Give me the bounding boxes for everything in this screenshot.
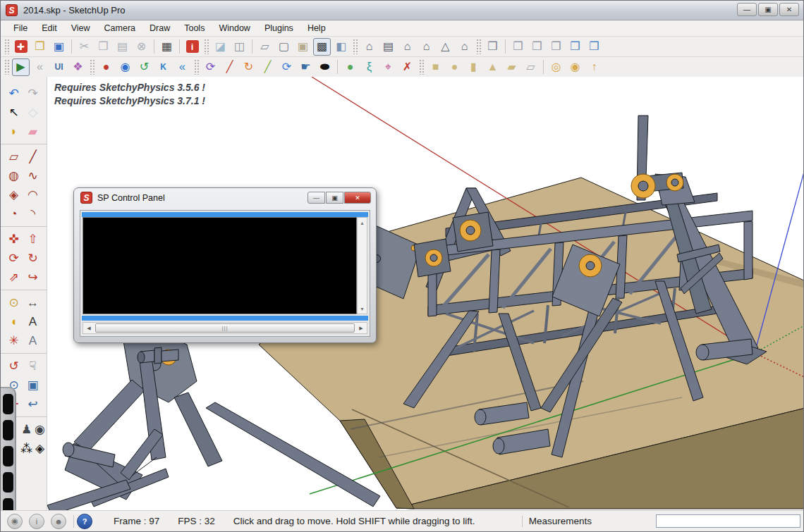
record-button[interactable]: ●: [97, 58, 115, 76]
green-line-joint-tool[interactable]: ╱: [259, 58, 276, 76]
sp-maximize-button[interactable]: ▣: [326, 192, 343, 204]
scroll-down-arrow[interactable]: ▼: [358, 304, 367, 314]
geolocation-button[interactable]: ◉: [7, 514, 23, 529]
model-info-button[interactable]: i: [183, 38, 201, 56]
right-view-button[interactable]: ⌂: [418, 38, 435, 56]
position-camera-tool[interactable]: ♟: [20, 420, 33, 439]
edit-component-button-1[interactable]: ❒: [509, 38, 527, 56]
rectangle-tool[interactable]: ▱: [4, 147, 23, 166]
scroll-left-arrow[interactable]: ◀: [84, 323, 94, 333]
wireframe-style-button[interactable]: ▱: [256, 38, 274, 56]
iso-view-button[interactable]: ⌂: [360, 38, 378, 56]
measurements-input[interactable]: [656, 514, 800, 528]
hidden-line-style-button[interactable]: ▢: [275, 38, 293, 56]
sp-panel-horizontal-scrollbar[interactable]: ◀ ▶ |||: [83, 322, 367, 334]
zoom-window-tool[interactable]: ▣: [23, 376, 42, 395]
sp-minimize-button[interactable]: —: [307, 192, 325, 204]
menu-edit[interactable]: Edit: [35, 21, 64, 35]
scroll-right-arrow[interactable]: ▶: [356, 323, 366, 333]
menu-camera[interactable]: Camera: [97, 21, 142, 35]
front-view-button[interactable]: ⌂: [398, 38, 416, 56]
redo-tool[interactable]: ↷: [23, 84, 42, 103]
maximize-button[interactable]: ▣: [758, 3, 778, 16]
cut-button[interactable]: ✂: [75, 38, 93, 56]
step-back-button[interactable]: «: [173, 58, 191, 76]
orbit-tool[interactable]: ↺: [4, 357, 23, 376]
cylinder-shape-tool[interactable]: ▮: [465, 58, 482, 76]
push-pull-tool[interactable]: ⇧: [23, 230, 42, 249]
sphere-paint-tool[interactable]: ●: [341, 58, 359, 76]
eraser-tool[interactable]: ▰: [23, 122, 42, 141]
follow-me-tool[interactable]: ↻: [23, 249, 42, 268]
move-tool[interactable]: ✜: [4, 230, 23, 249]
menu-view[interactable]: View: [64, 21, 97, 35]
edit-component-button-2[interactable]: ❒: [528, 38, 546, 56]
line-tool[interactable]: ╱: [23, 147, 42, 166]
look-around-tool[interactable]: ◉: [33, 420, 47, 439]
back-edges-style-button[interactable]: ◫: [231, 38, 248, 56]
sign-in-button[interactable]: ☻: [51, 514, 66, 529]
sp-panel-title-bar[interactable]: S SP Control Panel —▣✕: [74, 188, 376, 207]
close-button[interactable]: ✕: [779, 3, 799, 16]
pan-tool[interactable]: ☟: [23, 357, 42, 376]
sp-close-button[interactable]: ✕: [344, 192, 371, 204]
arc-tool[interactable]: ◠: [23, 185, 42, 204]
make-component-tool[interactable]: ◇: [23, 103, 42, 122]
background-window-button[interactable]: [3, 394, 13, 414]
ellipse-tool[interactable]: ⬬: [316, 58, 334, 76]
box-shape-tool[interactable]: ■: [427, 58, 444, 76]
new-document-button[interactable]: ✚: [12, 38, 30, 56]
polygon-tool[interactable]: ◈: [4, 185, 23, 204]
delete-joint-tool[interactable]: ✗: [398, 58, 416, 76]
scene-view-button[interactable]: ❒: [484, 38, 501, 56]
circle-tool[interactable]: ◍: [4, 166, 23, 185]
scroll-up-arrow[interactable]: ▲: [358, 218, 367, 228]
paint-bucket-tool[interactable]: ◗: [4, 122, 23, 141]
select-tool[interactable]: ↖: [4, 103, 23, 122]
physics-reset-button[interactable]: «: [31, 58, 49, 76]
purple-refresh-tool[interactable]: ⟳: [202, 58, 219, 76]
zoom-previous-tool[interactable]: ↩: [23, 395, 42, 414]
menu-tools[interactable]: Tools: [177, 21, 212, 35]
xray-style-button[interactable]: ◪: [212, 38, 229, 56]
top-view-button[interactable]: ▤: [379, 38, 397, 56]
pie-tool[interactable]: ◔: [4, 204, 23, 223]
text-tool[interactable]: A: [23, 312, 42, 331]
physics-settings-button[interactable]: ❖: [69, 58, 87, 76]
erase-button[interactable]: ⊗: [133, 38, 150, 56]
title-bar[interactable]: S 2014.skp - SketchUp Pro —▣✕: [1, 1, 803, 20]
jump-to-start-button[interactable]: K: [154, 58, 172, 76]
back-view-button[interactable]: △: [437, 38, 454, 56]
hide-similar-components-button[interactable]: ❒: [585, 38, 603, 56]
pin-joint-tool[interactable]: ⌖: [379, 58, 397, 76]
axes-tool[interactable]: ✳: [4, 331, 23, 350]
camera-track-button[interactable]: ◉: [116, 58, 134, 76]
cone-shape-tool[interactable]: ▲: [484, 58, 501, 76]
rotate-tool[interactable]: ⟳: [4, 249, 23, 268]
navigation-compass-tool[interactable]: ◈: [33, 439, 47, 458]
edit-component-button-3[interactable]: ❒: [547, 38, 565, 56]
menu-plugins[interactable]: Plugins: [257, 21, 300, 35]
background-window-button[interactable]: [3, 420, 13, 440]
background-window-button[interactable]: [3, 472, 13, 493]
paste-button[interactable]: ▤: [114, 38, 131, 56]
open-file-button[interactable]: ❐: [31, 38, 49, 56]
walk-tool[interactable]: ⁂: [20, 439, 33, 458]
scrollbar-thumb[interactable]: |||: [95, 323, 355, 333]
shaded-style-button[interactable]: ▣: [294, 38, 312, 56]
protractor-tool[interactable]: ◖: [4, 312, 23, 331]
menu-window[interactable]: Window: [212, 21, 257, 35]
menu-help[interactable]: Help: [300, 21, 333, 35]
hide-rest-of-model-button[interactable]: ❒: [566, 38, 584, 56]
blue-refresh-tool[interactable]: ⟳: [278, 58, 296, 76]
physics-ui-button[interactable]: UI: [50, 58, 68, 76]
left-view-button[interactable]: ⌂: [456, 38, 473, 56]
sphere-shape-tool[interactable]: ●: [446, 58, 463, 76]
physics-play-button[interactable]: ▶: [12, 58, 30, 76]
sp-panel-vertical-scrollbar[interactable]: ▲ ▼: [357, 217, 367, 314]
dimension-tool[interactable]: ↔: [23, 293, 42, 312]
credits-button[interactable]: i: [29, 514, 44, 529]
replay-button[interactable]: ↺: [135, 58, 153, 76]
help-button[interactable]: ?: [77, 514, 92, 529]
touch-tool[interactable]: ☛: [297, 58, 315, 76]
